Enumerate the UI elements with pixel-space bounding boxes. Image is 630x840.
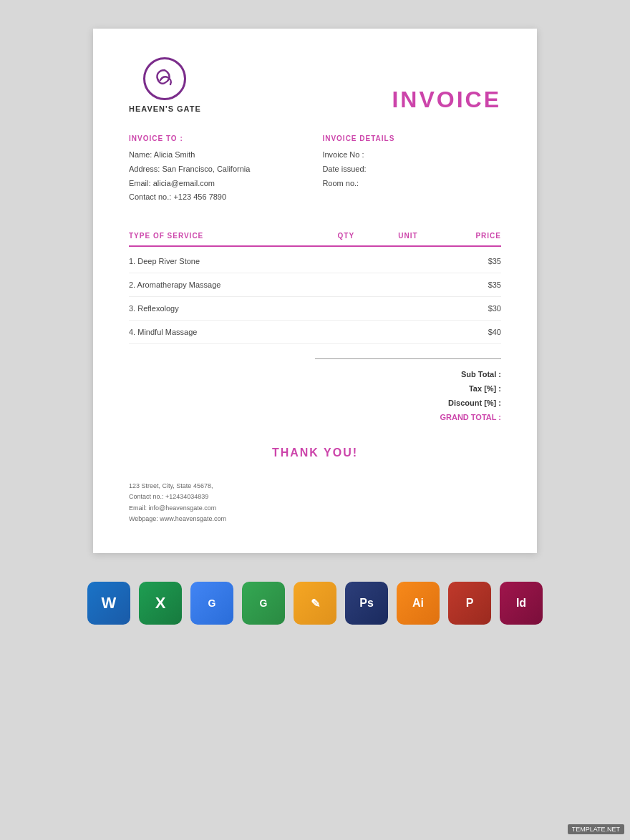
word-icon[interactable]: W (87, 582, 130, 625)
unit-4 (377, 328, 440, 336)
grand-total-row: GRAND TOTAL : (129, 413, 501, 421)
watermark: TEMPLATE.NET (568, 824, 624, 834)
invoice-title: INVOICE (392, 87, 501, 113)
billing-label: INVOICE TO : (129, 135, 308, 142)
document-header: HEAVEN'S GATE INVOICE (129, 57, 501, 113)
billing-email: Email: alicia@email.com (129, 177, 308, 191)
logo-section: HEAVEN'S GATE (129, 57, 201, 113)
col-service: TYPE OF SERVICE (129, 232, 315, 240)
discount-row: Discount [%] : (129, 399, 501, 407)
table-row: 3. Reflexology $30 (129, 297, 501, 321)
tax-label: Tax [%] : (415, 384, 501, 393)
table-header: TYPE OF SERVICE QTY UNIT PRICE (129, 226, 501, 247)
qty-4 (315, 328, 377, 336)
ps-label: Ps (359, 597, 374, 610)
gsheets-icon[interactable]: G (242, 582, 285, 625)
pages-label: ✎ (311, 597, 320, 610)
qty-2 (315, 280, 377, 289)
gdocs-label: G (208, 597, 216, 609)
grand-total-label: GRAND TOTAL : (415, 413, 501, 421)
tax-row: Tax [%] : (129, 384, 501, 393)
table-row: 4. Mindful Massage $40 (129, 321, 501, 344)
col-unit: UNIT (377, 232, 440, 240)
billing-info: Name: Alicia Smith Address: San Francisc… (129, 148, 308, 205)
service-4: 4. Mindful Massage (129, 328, 315, 336)
word-label: W (102, 594, 117, 612)
footer-info: 123 Street, City, State 45678, Contact n… (129, 481, 501, 524)
excel-icon[interactable]: X (139, 582, 182, 625)
gdocs-icon[interactable]: G (190, 582, 233, 625)
unit-3 (377, 304, 440, 313)
invoice-no: Invoice No : (322, 148, 501, 162)
illustrator-icon[interactable]: Ai (397, 582, 440, 625)
billing-section: INVOICE TO : Name: Alicia Smith Address:… (129, 135, 501, 205)
room-no: Room no.: (322, 177, 501, 191)
services-table: TYPE OF SERVICE QTY UNIT PRICE 1. Deep R… (129, 226, 501, 344)
totals-section: Sub Total : Tax [%] : Discount [%] : GRA… (129, 358, 501, 421)
subtotal-row: Sub Total : (129, 370, 501, 379)
totals-divider (315, 358, 501, 359)
service-1: 1. Deep River Stone (129, 257, 315, 265)
powerpoint-icon[interactable]: P (448, 582, 491, 625)
billing-address: Address: San Francisco, California (129, 162, 308, 177)
billing-name: Name: Alicia Smith (129, 148, 308, 162)
ai-label: Ai (412, 597, 424, 610)
service-2: 2. Aromatherapy Massage (129, 280, 315, 289)
table-row: 1. Deep River Stone $35 (129, 250, 501, 273)
col-price: PRICE (439, 232, 501, 240)
billing-right: INVOICE DETAILS Invoice No : Date issued… (322, 135, 501, 205)
ppt-label: P (466, 597, 474, 610)
details-label: INVOICE DETAILS (322, 135, 501, 142)
price-1: $35 (439, 257, 501, 265)
billing-left: INVOICE TO : Name: Alicia Smith Address:… (129, 135, 308, 205)
company-name: HEAVEN'S GATE (129, 104, 201, 113)
price-4: $40 (439, 328, 501, 336)
photoshop-icon[interactable]: Ps (345, 582, 388, 625)
footer-email: Email: info@heavensgate.com (129, 503, 501, 514)
footer-address: 123 Street, City, State 45678, (129, 481, 501, 492)
billing-contact: Contact no.: +123 456 7890 (129, 190, 308, 205)
service-3: 3. Reflexology (129, 304, 315, 313)
pages-icon[interactable]: ✎ (294, 582, 336, 625)
date-issued: Date issued: (322, 162, 501, 177)
excel-label: X (155, 594, 166, 612)
id-label: Id (516, 597, 526, 610)
subtotal-label: Sub Total : (415, 370, 501, 379)
indesign-icon[interactable]: Id (500, 582, 543, 625)
unit-2 (377, 280, 440, 289)
logo-circle (143, 57, 186, 100)
details-info: Invoice No : Date issued: Room no.: (322, 148, 501, 190)
table-row: 2. Aromatherapy Massage $35 (129, 273, 501, 297)
footer-contact: Contact no.: +12434034839 (129, 492, 501, 502)
unit-1 (377, 257, 440, 265)
invoice-document: HEAVEN'S GATE INVOICE INVOICE TO : Name:… (93, 29, 537, 553)
thank-you-text: THANK YOU! (272, 446, 358, 459)
gsheets-label: G (260, 597, 268, 609)
app-icons-section: W X G G ✎ Ps Ai P Id (87, 582, 543, 625)
discount-label: Discount [%] : (415, 399, 501, 407)
price-3: $30 (439, 304, 501, 313)
footer-webpage: Webpage: www.heavensgate.com (129, 514, 501, 524)
thank-you-section: THANK YOU! (129, 446, 501, 459)
price-2: $35 (439, 280, 501, 289)
qty-3 (315, 304, 377, 313)
col-qty: QTY (315, 232, 377, 240)
qty-1 (315, 257, 377, 265)
